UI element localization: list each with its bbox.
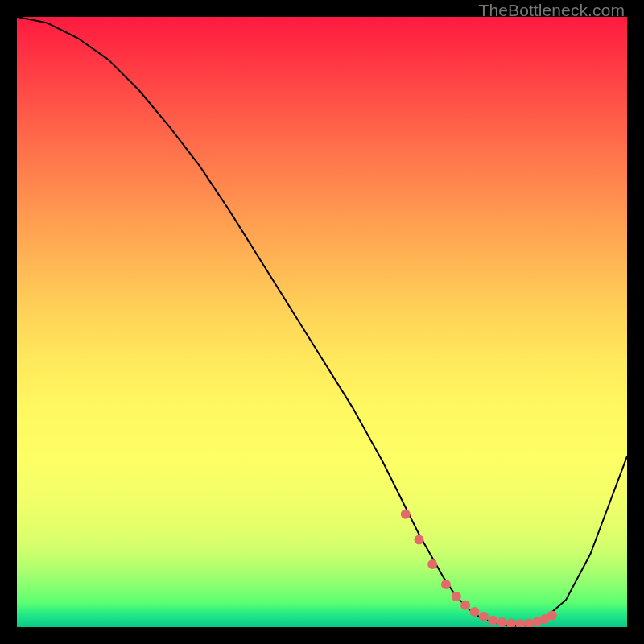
curve-marker (427, 559, 437, 569)
chart-frame (17, 17, 627, 627)
attribution-text: TheBottleneck.com (479, 1, 625, 20)
curve-marker (452, 592, 461, 601)
curve-marker (441, 580, 451, 589)
curve-marker (547, 611, 557, 621)
curve-marker (479, 612, 489, 621)
curve-marker (460, 601, 470, 610)
curve-marker (470, 607, 480, 617)
curve-marker (497, 617, 507, 627)
curve-marker (415, 535, 424, 545)
chart-svg (17, 17, 627, 627)
curve-marker (506, 619, 516, 628)
marker-group (401, 510, 557, 627)
curve-marker (401, 510, 411, 519)
curve-marker (488, 616, 497, 625)
bottleneck-curve (17, 17, 627, 626)
curve-marker (515, 619, 525, 627)
